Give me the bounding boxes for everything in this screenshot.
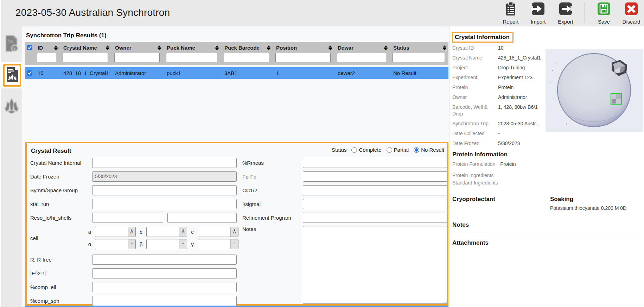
status-option-partial[interactable]: Partial	[387, 147, 409, 153]
rmeas-input[interactable]	[303, 158, 447, 168]
report-label: Report	[503, 19, 518, 25]
date-frozen-input[interactable]	[92, 171, 237, 182]
discard-x-icon	[625, 2, 638, 18]
report-button[interactable]: Report	[502, 2, 520, 25]
notes-section-title: Notes	[452, 221, 644, 228]
sort-icon[interactable]	[384, 45, 388, 50]
column-header-puck-barcode[interactable]: Puck Barcode	[221, 44, 273, 51]
r-rfree-input[interactable]	[92, 255, 237, 265]
import-button[interactable]: Import	[529, 2, 547, 25]
status-radio-group: Status Complete Partial No Result	[332, 147, 444, 153]
protein-ingredients-label: Protein Ingredients	[452, 172, 644, 179]
filter-input-puck-name[interactable]	[166, 53, 217, 62]
filter-input-id[interactable]	[37, 53, 56, 62]
sort-icon[interactable]	[106, 45, 109, 50]
column-header-id[interactable]: ID	[34, 44, 60, 51]
xtal-run-label: xtal_run	[30, 201, 92, 207]
cell-alpha-input[interactable]	[95, 239, 128, 249]
comp-ell-input[interactable]	[92, 282, 237, 292]
row-cell-owner: Administrator	[111, 70, 163, 76]
filter-input-status[interactable]	[393, 53, 445, 62]
status-radio-partial[interactable]	[387, 147, 392, 153]
sort-icon[interactable]	[267, 45, 270, 50]
degree-unit: °	[179, 239, 187, 249]
results-table-title: Synchrotron Trip Results (1)	[26, 32, 107, 39]
column-header-dewar[interactable]: Dewar	[334, 44, 390, 51]
row-cell-id: 10	[34, 70, 60, 76]
page-title: 2023-05-30 Australian Synchrotron	[15, 7, 170, 18]
crystal-name-internal-input[interactable]	[92, 158, 237, 168]
crystal-result-right-column: %Rmeas Fo-Fc CC1/2 I/sigmaI Refinement P…	[242, 157, 447, 307]
export-button[interactable]: Export	[556, 2, 575, 25]
status-option-no-result[interactable]: No Result	[414, 147, 444, 153]
xtal-run-input[interactable]	[92, 199, 237, 209]
cell-b-input[interactable]	[147, 227, 179, 237]
protein-ingredients-block: Protein Ingredients Standard Ingredients	[452, 172, 644, 187]
crystal-result-title: Crystal Result	[31, 148, 71, 155]
symm-space-group-label: Symm/Space Group	[30, 187, 92, 193]
table-row-selected[interactable]: 10 428_18_1_Crystal1 Administrator puck1…	[25, 67, 448, 79]
bottom-scroll-bar[interactable]	[25, 306, 448, 307]
sidebar-item-trip[interactable]: Trip i	[1, 35, 22, 55]
comp-sph-input[interactable]	[92, 296, 237, 306]
results-table-header: ID Crystal Name Owner Puck Name Puck Bar…	[25, 42, 448, 65]
row-checkbox[interactable]	[27, 70, 32, 76]
svg-text:Trip: Trip	[7, 39, 13, 43]
rmeas-label: %Rmeas	[242, 160, 303, 166]
row-cell-crystal-name: 428_18_1_Crystal1	[60, 70, 111, 76]
sidebar-item-crystals[interactable]	[1, 98, 22, 115]
cell-beta-label: β	[139, 241, 143, 247]
status-option-complete[interactable]: Complete	[351, 147, 381, 153]
save-button[interactable]: Save	[595, 2, 613, 25]
filter-input-puck-barcode[interactable]	[224, 53, 269, 62]
filter-input-dewar[interactable]	[337, 53, 386, 62]
status-radio-no-result[interactable]	[414, 147, 419, 153]
cell-gamma-input[interactable]	[198, 239, 230, 249]
sort-icon[interactable]	[443, 45, 446, 50]
sort-icon[interactable]	[54, 45, 58, 50]
report-clipboard-icon	[504, 2, 517, 18]
sidebar-item-crystal-results-selected[interactable]	[1, 62, 22, 88]
info-row-owner: Owner Administrator	[452, 94, 544, 101]
column-header-owner[interactable]: Owner	[111, 44, 163, 51]
column-header-status[interactable]: Status	[390, 44, 448, 51]
reso-lo-input[interactable]	[92, 213, 163, 223]
symm-space-group-input[interactable]	[92, 185, 237, 195]
column-header-position[interactable]: Position	[273, 44, 334, 51]
reso-hi-input[interactable]	[167, 213, 237, 223]
select-all-checkbox[interactable]	[27, 45, 32, 50]
cell-a-label: a	[88, 229, 92, 235]
column-header-puck-name[interactable]: Puck Name	[163, 44, 221, 51]
cell-c-input[interactable]	[198, 227, 230, 237]
crystal-result-panel: Crystal Result Status Complete Partial N…	[25, 142, 448, 306]
filter-input-position[interactable]	[275, 53, 331, 62]
sort-icon[interactable]	[158, 45, 161, 50]
cell-a-input[interactable]	[95, 227, 128, 237]
crystal-drop-photo[interactable]	[546, 49, 643, 132]
column-header-crystal-name[interactable]: Crystal Name	[60, 44, 111, 51]
standard-ingredients-label: Standard Ingredients	[452, 179, 644, 187]
fofc-label: Fo-Fc	[242, 174, 303, 180]
comp-ell-label: %comp_ell	[30, 284, 92, 290]
cell-beta-input[interactable]	[147, 239, 179, 249]
filter-input-crystal-name[interactable]	[63, 53, 108, 62]
filter-input-owner[interactable]	[114, 53, 160, 62]
info-row-protein: Protein Protein	[452, 84, 544, 91]
crystal-information-list: Crystal ID 10 Crystal Name 428_18_1_Crys…	[452, 45, 544, 147]
e2-input[interactable]	[92, 268, 237, 278]
sort-icon[interactable]	[215, 45, 219, 50]
cell-gamma-label: γ	[190, 241, 195, 247]
crystal-result-left-column: Crystal Name Internal Date Frozen Symm/S…	[30, 157, 238, 307]
cc12-input[interactable]	[303, 185, 447, 195]
cell-b-label: b	[139, 229, 143, 235]
fofc-input[interactable]	[303, 171, 447, 182]
notes-textarea[interactable]	[303, 226, 447, 304]
status-radio-complete[interactable]	[351, 147, 357, 153]
row-cell-puck-name: puck1	[163, 70, 221, 76]
sort-icon[interactable]	[329, 45, 332, 50]
crystals-icon	[4, 98, 19, 115]
refinement-program-input[interactable]	[303, 213, 447, 223]
discard-button[interactable]: Discard	[622, 2, 640, 25]
protein-formulation-value: Protein	[500, 161, 516, 167]
isigma-input[interactable]	[303, 199, 447, 209]
